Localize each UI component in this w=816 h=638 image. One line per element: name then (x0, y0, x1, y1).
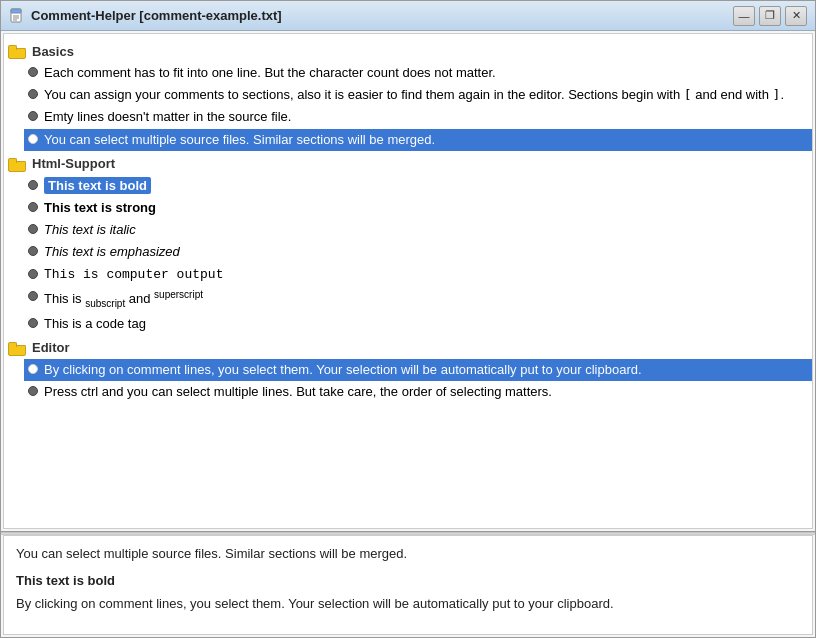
section-html-support: Html-Support This text is bold This text… (4, 153, 812, 335)
superscript-text: superscript (154, 289, 203, 300)
section-html-label: Html-Support (32, 156, 115, 171)
bullet-icon (28, 89, 38, 99)
item-text: This text is bold (44, 177, 808, 195)
section-basics-label: Basics (32, 44, 74, 59)
bullet-icon (28, 67, 38, 77)
section-basics-header[interactable]: Basics (4, 40, 812, 62)
bullet-icon (28, 364, 38, 374)
list-item[interactable]: This is a code tag (24, 313, 812, 335)
item-text: This is subscript and superscript (44, 288, 808, 311)
item-text: You can select multiple source files. Si… (44, 131, 808, 149)
bullet-icon (28, 386, 38, 396)
window-controls: — ❐ ✕ (733, 6, 807, 26)
section-html-header[interactable]: Html-Support (4, 153, 812, 175)
bullet-icon (28, 202, 38, 212)
status-area: You can select multiple source files. Si… (3, 535, 813, 635)
list-item[interactable]: This text is strong (24, 197, 812, 219)
folder-icon (8, 339, 28, 357)
item-text: This is a code tag (44, 315, 808, 333)
item-text: By clicking on comment lines, you select… (44, 361, 808, 379)
bullet-icon (28, 269, 38, 279)
bullet-icon (28, 246, 38, 256)
svg-rect-1 (11, 9, 21, 13)
status-line-2: This text is bold (16, 573, 115, 588)
main-window: Comment-Helper [comment-example.txt] — ❐… (0, 0, 816, 638)
content-area[interactable]: Basics Each comment has to fit into one … (3, 33, 813, 529)
restore-button[interactable]: ❐ (759, 6, 781, 26)
bullet-icon (28, 134, 38, 144)
section-editor: Editor By clicking on comment lines, you… (4, 337, 812, 403)
window-title: Comment-Helper [comment-example.txt] (31, 8, 733, 23)
list-item[interactable]: Press ctrl and you can select multiple l… (24, 381, 812, 403)
section-editor-header[interactable]: Editor (4, 337, 812, 359)
item-text: Each comment has to fit into one line. B… (44, 64, 808, 82)
item-text: Press ctrl and you can select multiple l… (44, 383, 808, 401)
folder-icon (8, 155, 28, 173)
list-item[interactable]: You can assign your comments to sections… (24, 84, 812, 106)
list-item[interactable]: This is computer output (24, 264, 812, 286)
item-text: This text is strong (44, 199, 808, 217)
section-basics: Basics Each comment has to fit into one … (4, 40, 812, 151)
item-text: You can assign your comments to sections… (44, 86, 808, 104)
bullet-icon (28, 111, 38, 121)
minimize-button[interactable]: — (733, 6, 755, 26)
bold-highlight: This text is bold (44, 177, 151, 194)
bullet-icon (28, 318, 38, 328)
list-item-selected[interactable]: By clicking on comment lines, you select… (24, 359, 812, 381)
bullet-icon (28, 224, 38, 234)
section-editor-items: By clicking on comment lines, you select… (4, 359, 812, 403)
status-line-3: By clicking on comment lines, you select… (16, 594, 800, 615)
section-editor-label: Editor (32, 340, 70, 355)
list-item-selected[interactable]: You can select multiple source files. Si… (24, 129, 812, 151)
list-item[interactable]: This text is italic (24, 219, 812, 241)
item-text: This text is italic (44, 221, 808, 239)
status-line-1: You can select multiple source files. Si… (16, 544, 800, 565)
item-text: This text is emphasized (44, 243, 808, 261)
list-item[interactable]: This is subscript and superscript (24, 286, 812, 313)
folder-icon (8, 42, 28, 60)
list-item[interactable]: Emty lines doesn't matter in the source … (24, 106, 812, 128)
close-button[interactable]: ✕ (785, 6, 807, 26)
subscript-text: subscript (85, 298, 125, 309)
section-html-items: This text is bold This text is strong Th… (4, 175, 812, 335)
item-text: This is computer output (44, 266, 808, 284)
section-basics-items: Each comment has to fit into one line. B… (4, 62, 812, 151)
list-item[interactable]: Each comment has to fit into one line. B… (24, 62, 812, 84)
list-item[interactable]: This text is bold (24, 175, 812, 197)
app-icon (9, 8, 25, 24)
list-item[interactable]: This text is emphasized (24, 241, 812, 263)
title-bar: Comment-Helper [comment-example.txt] — ❐… (1, 1, 815, 31)
item-text: Emty lines doesn't matter in the source … (44, 108, 808, 126)
bullet-icon (28, 291, 38, 301)
bullet-icon (28, 180, 38, 190)
